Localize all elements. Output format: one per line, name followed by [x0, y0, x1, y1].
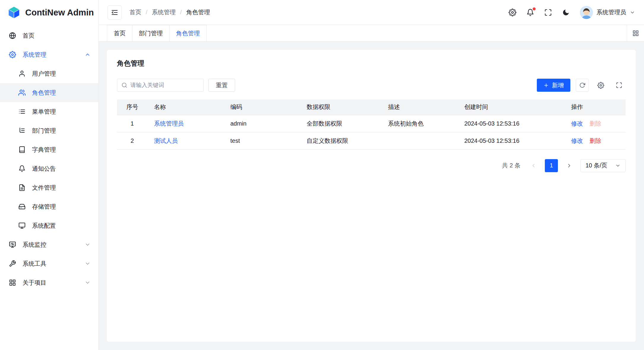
- table-fullscreen-button[interactable]: [613, 79, 626, 92]
- page-title: 角色管理: [117, 59, 626, 68]
- sidebar-item-about-project[interactable]: 关于项目: [0, 273, 98, 292]
- avatar-image: [580, 6, 593, 19]
- settings-button[interactable]: [509, 9, 516, 16]
- cell-created-at: 2024-05-03 12:53:16: [458, 132, 565, 149]
- tab-label: 角色管理: [176, 29, 200, 37]
- sidebar-item-label: 字典管理: [32, 146, 91, 154]
- chevron-down-icon: [85, 280, 91, 286]
- sidebar-item-role-management[interactable]: 角色管理: [0, 83, 98, 102]
- cell-operations: 修改删除: [564, 115, 626, 132]
- sidebar-item-system-config[interactable]: 系统配置: [0, 216, 98, 235]
- sidebar-item-system-monitor[interactable]: 系统监控: [0, 235, 98, 254]
- cell-data-scope: 自定义数据权限: [300, 132, 382, 149]
- cell-index: 2: [117, 132, 148, 149]
- tab-label: 首页: [114, 29, 126, 37]
- sidebar-item-department-management[interactable]: 部门管理: [0, 121, 98, 140]
- cell-code: admin: [224, 115, 300, 132]
- moon-icon: [562, 9, 570, 16]
- sidebar-item-label: 首页: [23, 32, 91, 40]
- sidebar-item-label: 关于项目: [23, 279, 78, 287]
- table-header-row: 序号 名称 编码 数据权限 描述 创建时间 操作: [117, 99, 626, 115]
- sidebar-item-label: 文件管理: [32, 184, 91, 192]
- user-name: 系统管理员: [596, 8, 626, 16]
- role-name-link[interactable]: 测试人员: [154, 137, 178, 144]
- storage-icon: [18, 203, 26, 210]
- chevron-right-icon: [566, 163, 572, 169]
- search-input[interactable]: [130, 82, 199, 88]
- book-icon: [18, 146, 26, 153]
- column-settings-button[interactable]: [594, 79, 607, 92]
- page-size-value: 10 条/页: [586, 161, 607, 170]
- delete-link-disabled: 删除: [589, 120, 601, 127]
- sidebar-item-user-management[interactable]: 用户管理: [0, 64, 98, 83]
- sidebar-item-system-tools[interactable]: 系统工具: [0, 254, 98, 273]
- pagination: 共 2 条 1 10 条/页: [117, 159, 626, 172]
- pagination-total: 共 2 条: [502, 161, 520, 170]
- breadcrumb-separator: /: [180, 9, 182, 16]
- sidebar-item-label: 部门管理: [32, 127, 91, 135]
- next-page-button[interactable]: [563, 159, 576, 172]
- edit-link[interactable]: 修改: [571, 137, 583, 144]
- sidebar-item-label: 存储管理: [32, 203, 91, 211]
- sidebar-item-home[interactable]: 首页: [0, 26, 98, 45]
- tab-role-management[interactable]: 角色管理: [169, 25, 207, 41]
- role-name-link[interactable]: 系统管理员: [154, 120, 184, 127]
- monitor-icon: [9, 241, 16, 248]
- user-icon: [18, 70, 26, 77]
- app-logo[interactable]: ContiNew Admin: [0, 0, 98, 25]
- sidebar-item-system-management[interactable]: 系统管理: [0, 45, 98, 64]
- search-icon: [121, 82, 127, 88]
- table-row: 1 系统管理员 admin 全部数据权限 系统初始角色 2024-05-03 1…: [117, 115, 626, 132]
- prev-page-button[interactable]: [527, 159, 540, 172]
- sidebar-item-storage-management[interactable]: 存储管理: [0, 197, 98, 216]
- tab-home[interactable]: 首页: [107, 25, 132, 41]
- chevron-down-icon: [85, 261, 91, 267]
- toolbar-right: 新增: [537, 79, 626, 92]
- fullscreen-icon: [544, 9, 552, 16]
- sidebar-item-label: 角色管理: [32, 89, 91, 97]
- notification-dot: [533, 7, 536, 10]
- tab-actions-button[interactable]: [627, 25, 644, 41]
- tab-department-management[interactable]: 部门管理: [132, 25, 170, 41]
- sidebar-item-label: 通知公告: [32, 165, 91, 173]
- add-button-label: 新增: [552, 81, 564, 89]
- breadcrumb-separator: /: [146, 9, 148, 16]
- role-table: 序号 名称 编码 数据权限 描述 创建时间 操作 1 系统管理员: [117, 99, 626, 150]
- sidebar-item-dict-management[interactable]: 字典管理: [0, 140, 98, 159]
- sidebar-item-label: 系统监控: [23, 241, 78, 249]
- sidebar-item-file-management[interactable]: 文件管理: [0, 178, 98, 197]
- column-header-description: 描述: [382, 99, 458, 115]
- breadcrumb-item-system-management[interactable]: 系统管理: [152, 8, 176, 16]
- grid-icon: [9, 279, 16, 286]
- sidebar-item-label: 系统配置: [32, 222, 91, 230]
- breadcrumb: 首页 / 系统管理 / 角色管理: [129, 8, 210, 16]
- page-number-1[interactable]: 1: [545, 159, 558, 172]
- sidebar-item-notice[interactable]: 通知公告: [0, 159, 98, 178]
- column-header-created-at: 创建时间: [458, 99, 565, 115]
- sidebar-item-label: 系统管理: [23, 51, 78, 59]
- user-menu[interactable]: 系统管理员: [580, 6, 635, 19]
- bell-icon: [18, 165, 26, 172]
- sidebar-collapse-button[interactable]: [107, 5, 122, 20]
- reset-button[interactable]: 重置: [208, 79, 235, 92]
- notifications-button[interactable]: [526, 9, 534, 16]
- delete-link[interactable]: 删除: [589, 137, 601, 144]
- add-button[interactable]: 新增: [537, 79, 570, 92]
- breadcrumb-item-home[interactable]: 首页: [129, 8, 141, 16]
- chevron-down-icon: [630, 10, 635, 15]
- tab-label: 部门管理: [139, 29, 163, 37]
- avatar: [580, 6, 593, 19]
- edit-link[interactable]: 修改: [571, 120, 583, 127]
- chevron-left-icon: [531, 163, 537, 169]
- page-size-select[interactable]: 10 条/页: [580, 159, 626, 172]
- table-row: 2 测试人员 test 自定义数据权限 2024-05-03 12:53:16 …: [117, 132, 626, 149]
- refresh-button[interactable]: [576, 79, 589, 92]
- dark-mode-toggle[interactable]: [562, 9, 570, 16]
- sidebar: ContiNew Admin 首页 系统管理 用户管理 角色管理: [0, 0, 99, 350]
- app-title: ContiNew Admin: [25, 8, 94, 18]
- column-header-operations: 操作: [564, 99, 626, 115]
- gear-icon: [9, 51, 16, 58]
- sidebar-item-menu-management[interactable]: 菜单管理: [0, 102, 98, 121]
- globe-icon: [9, 32, 16, 39]
- fullscreen-button[interactable]: [544, 9, 552, 16]
